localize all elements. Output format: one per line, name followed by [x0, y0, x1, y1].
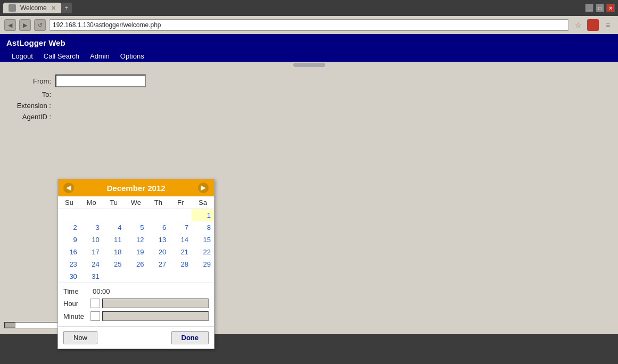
cal-week-5: 3031 — [58, 270, 214, 283]
cal-day-3-4[interactable]: 20 — [147, 246, 169, 258]
cal-day-1-4[interactable]: 6 — [147, 221, 169, 234]
cal-day-2-0[interactable]: 9 — [58, 234, 80, 246]
cal-day-2-5[interactable]: 14 — [169, 234, 192, 246]
cal-day-3-6[interactable]: 22 — [192, 246, 214, 258]
menu-icon[interactable]: ≡ — [602, 19, 614, 31]
tab-favicon — [9, 4, 16, 12]
to-label: To: — [11, 90, 53, 98]
extension-row: Extension : — [11, 102, 607, 110]
page-content: AstLogger Web Logout Call Search Admin O… — [0, 34, 618, 334]
cal-next-btn[interactable]: ► — [198, 183, 209, 193]
cal-day-2-1[interactable]: 10 — [80, 234, 103, 246]
cal-day-4-1[interactable]: 24 — [80, 258, 103, 270]
back-btn[interactable]: ◀ — [4, 19, 16, 31]
url-text: 192.168.1.130/astlogger/welcome.php — [53, 21, 161, 29]
tab-close[interactable]: ✕ — [51, 5, 56, 12]
cal-header: ◄ December 2012 ► — [58, 179, 214, 196]
cal-day-2-6[interactable]: 15 — [192, 234, 214, 246]
cal-day-4-3[interactable]: 26 — [125, 258, 147, 270]
cal-day-0-5 — [169, 209, 192, 222]
cal-day-1-0[interactable]: 2 — [58, 221, 80, 234]
cal-day-4-0[interactable]: 23 — [58, 258, 80, 270]
cal-week-1: 2345678 — [58, 221, 214, 234]
cal-day-0-0 — [58, 209, 80, 222]
cal-day-4-4[interactable]: 27 — [147, 258, 169, 270]
url-input[interactable]: 192.168.1.130/astlogger/welcome.php — [49, 19, 569, 31]
minute-label: Minute — [63, 312, 90, 320]
app-header: AstLogger Web Logout Call Search Admin O… — [0, 34, 618, 62]
time-label: Time — [63, 287, 93, 295]
cal-day-3-3[interactable]: 19 — [125, 246, 147, 258]
refresh-btn[interactable]: ↺ — [34, 19, 46, 31]
cal-day-5-3 — [125, 270, 147, 283]
cal-day-1-6[interactable]: 8 — [192, 221, 214, 234]
nav-call-search[interactable]: Call Search — [38, 51, 85, 62]
nav-options[interactable]: Options — [115, 51, 150, 62]
cal-day-3-5[interactable]: 21 — [169, 246, 192, 258]
agentid-label: AgentID : — [11, 113, 53, 121]
close-btn[interactable]: ✕ — [606, 4, 615, 12]
cal-day-4-5[interactable]: 28 — [169, 258, 192, 270]
time-display-row: Time 00:00 — [63, 287, 209, 295]
to-row: To: — [11, 90, 607, 98]
day-th: Th — [147, 196, 169, 209]
cal-day-0-2 — [103, 209, 125, 222]
h-scroll-thumb[interactable] — [5, 322, 15, 328]
cal-week-3: 16171819202122 — [58, 246, 214, 258]
hour-slider[interactable] — [102, 299, 209, 308]
cal-day-5-6 — [192, 270, 214, 283]
scroll-thumb[interactable] — [293, 63, 325, 67]
cal-day-2-3[interactable]: 12 — [125, 234, 147, 246]
cal-day-5-2 — [103, 270, 125, 283]
cal-day-1-5[interactable]: 7 — [169, 221, 192, 234]
cal-day-3-1[interactable]: 17 — [80, 246, 103, 258]
hour-row: Hour — [63, 299, 209, 308]
hour-slider-box — [90, 299, 100, 308]
nav-admin[interactable]: Admin — [85, 51, 115, 62]
cal-buttons: Now Done — [58, 326, 214, 349]
cal-days-header: Su Mo Tu We Th Fr Sa — [58, 196, 214, 209]
cal-day-4-2[interactable]: 25 — [103, 258, 125, 270]
hour-label: Hour — [63, 300, 90, 308]
extension-label: Extension : — [11, 102, 53, 110]
cal-grid: Su Mo Tu We Th Fr Sa 1234567891011121314… — [58, 196, 214, 283]
cal-day-5-0[interactable]: 30 — [58, 270, 80, 283]
day-we: We — [125, 196, 147, 209]
forward-btn[interactable]: ▶ — [19, 19, 31, 31]
app-title: AstLogger Web — [6, 38, 612, 47]
now-button[interactable]: Now — [63, 331, 97, 344]
minute-slider-box — [90, 311, 100, 321]
cal-day-4-6[interactable]: 29 — [192, 258, 214, 270]
cal-week-4: 23242526272829 — [58, 258, 214, 270]
day-tu: Tu — [103, 196, 125, 209]
cal-day-2-4[interactable]: 13 — [147, 234, 169, 246]
minute-row: Minute — [63, 311, 209, 321]
cal-day-3-0[interactable]: 16 — [58, 246, 80, 258]
cal-day-0-4 — [147, 209, 169, 222]
bookmark-icon[interactable]: ☆ — [572, 19, 584, 31]
from-input[interactable] — [55, 75, 146, 87]
cal-day-1-1[interactable]: 3 — [80, 221, 103, 234]
browser-tab[interactable]: Welcome ✕ — [3, 3, 61, 13]
cal-day-2-2[interactable]: 11 — [103, 234, 125, 246]
from-row: From: — [11, 75, 607, 87]
cal-day-1-3[interactable]: 5 — [125, 221, 147, 234]
cal-week-0: 1 — [58, 209, 214, 222]
new-tab-btn[interactable]: + — [61, 3, 72, 13]
cal-day-0-6[interactable]: 1 — [192, 209, 214, 222]
cal-day-1-2[interactable]: 4 — [103, 221, 125, 234]
cal-day-5-1[interactable]: 31 — [80, 270, 103, 283]
cal-day-3-2[interactable]: 18 — [103, 246, 125, 258]
done-button[interactable]: Done — [171, 331, 209, 344]
title-bar: Welcome ✕ + _ □ ✕ — [0, 0, 618, 16]
cal-week-2: 9101112131415 — [58, 234, 214, 246]
maximize-btn[interactable]: □ — [596, 4, 604, 12]
nav-logout[interactable]: Logout — [6, 51, 38, 62]
minute-slider[interactable] — [102, 311, 209, 321]
calendar-popup: ◄ December 2012 ► Su Mo Tu We Th Fr — [57, 179, 215, 349]
nav-menu: Logout Call Search Admin Options — [6, 51, 612, 62]
cal-prev-btn[interactable]: ◄ — [63, 183, 74, 193]
minimize-btn[interactable]: _ — [585, 4, 594, 12]
time-section: Time 00:00 Hour Minute — [58, 283, 214, 326]
main-area: From: To: Extension : AgentID : ◄ Decemb… — [0, 68, 618, 334]
